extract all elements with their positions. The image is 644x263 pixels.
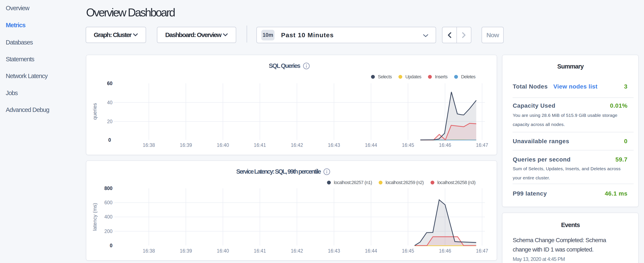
svg-text:16:41: 16:41 <box>254 248 266 254</box>
svg-text:16:47: 16:47 <box>476 142 488 148</box>
svg-text:16:41: 16:41 <box>254 142 266 148</box>
svg-text:queries: queries <box>92 103 98 120</box>
svg-text:16:38: 16:38 <box>143 142 155 148</box>
svg-text:16:40: 16:40 <box>217 142 229 148</box>
svg-text:16:45: 16:45 <box>402 248 414 254</box>
svg-text:16:42: 16:42 <box>291 142 303 148</box>
svg-text:400: 400 <box>104 214 112 220</box>
svg-text:16:39: 16:39 <box>180 142 192 148</box>
svg-text:latency (ms): latency (ms) <box>92 203 98 231</box>
svg-text:16:42: 16:42 <box>291 248 303 254</box>
svg-text:16:46: 16:46 <box>439 248 451 254</box>
svg-text:60: 60 <box>107 81 112 86</box>
svg-text:16:38: 16:38 <box>143 248 155 254</box>
svg-text:16:43: 16:43 <box>328 142 340 148</box>
svg-text:0: 0 <box>110 243 112 248</box>
svg-text:16:43: 16:43 <box>328 248 340 254</box>
svg-text:16:39: 16:39 <box>180 248 192 254</box>
svg-text:16:44: 16:44 <box>365 248 377 254</box>
svg-text:600: 600 <box>104 200 112 205</box>
svg-text:20: 20 <box>107 119 112 124</box>
svg-text:16:40: 16:40 <box>217 248 229 254</box>
svg-text:40: 40 <box>107 100 112 105</box>
svg-text:16:47: 16:47 <box>476 248 488 254</box>
svg-text:800: 800 <box>104 185 112 191</box>
svg-text:16:45: 16:45 <box>402 142 414 148</box>
svg-text:16:44: 16:44 <box>365 142 377 148</box>
svg-text:0: 0 <box>108 137 111 143</box>
svg-text:16:46: 16:46 <box>439 142 451 148</box>
svg-text:200: 200 <box>104 228 112 234</box>
